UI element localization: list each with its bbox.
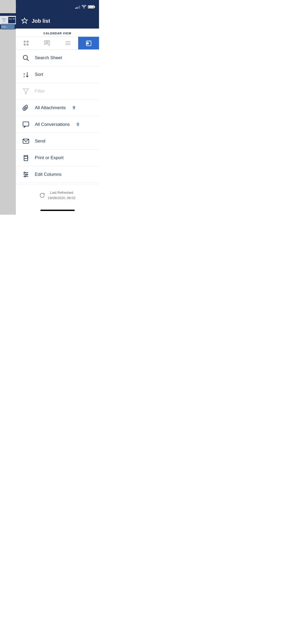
svg-point-24 [27, 157, 28, 158]
home-indicator [16, 206, 99, 215]
footer-refresh-icon [39, 192, 45, 198]
svg-point-29 [26, 174, 27, 175]
svg-rect-2 [27, 41, 29, 43]
panel-footer: Last Refreshed 19/08/2020, 08:02 [16, 185, 99, 206]
panel-header: Job list [16, 13, 99, 29]
filter-icon [22, 88, 30, 95]
edit-columns-label: Edit Columns [35, 172, 62, 177]
wifi-icon [82, 5, 86, 9]
svg-rect-21 [23, 122, 29, 126]
all-conversations-label: All Conversations [35, 122, 70, 127]
star-icon [21, 17, 28, 24]
menu-item-print-or-export[interactable]: Print or Export [16, 150, 99, 166]
menu-item-send[interactable]: Send [16, 133, 99, 150]
sliders-icon [22, 171, 30, 178]
sort-label: Sort [35, 72, 43, 77]
background-calendar: × ↺ Mon 27 Tue 28 OBO-... [0, 0, 16, 215]
print-or-export-label: Print or Export [35, 155, 64, 160]
svg-point-30 [25, 176, 26, 177]
tab-calendar-view[interactable] [78, 37, 99, 49]
panel-title: Job list [32, 18, 50, 24]
svg-line-16 [27, 59, 29, 61]
attachments-badge: 9 [73, 105, 75, 111]
tab-kanban-view[interactable] [37, 37, 58, 49]
conversations-badge: 0 [77, 122, 79, 127]
paperclip-icon [22, 104, 30, 111]
menu-item-edit-columns[interactable]: Edit Columns [16, 166, 99, 183]
svg-rect-3 [24, 44, 26, 45]
svg-point-28 [24, 172, 25, 173]
menu-item-all-attachments[interactable]: All Attachments 9 [16, 100, 99, 116]
signal-icon [75, 5, 80, 9]
svg-rect-1 [24, 41, 26, 43]
envelope-icon [22, 138, 30, 145]
menu-item-filter[interactable]: Filter [16, 83, 99, 100]
svg-rect-6 [46, 41, 48, 43]
last-refreshed-label: Last Refreshed [50, 191, 73, 195]
menu-item-all-conversations[interactable]: All Conversations 0 [16, 116, 99, 133]
search-icon [22, 54, 30, 61]
home-bar [40, 210, 75, 211]
menu-item-sort[interactable]: A Z Sort [16, 66, 99, 83]
svg-rect-5 [44, 41, 46, 44]
search-sheet-label: Search Sheet [35, 55, 62, 61]
svg-rect-4 [27, 44, 29, 45]
filter-label: Filter [35, 89, 45, 94]
slide-out-panel: Job list CALENDAR VIEW [16, 13, 99, 215]
svg-marker-0 [22, 18, 27, 23]
svg-rect-7 [48, 41, 50, 45]
view-tabs-label: CALENDAR VIEW [16, 29, 99, 37]
svg-marker-20 [23, 89, 29, 94]
tab-grid-view[interactable] [16, 37, 37, 49]
tab-list-view[interactable] [58, 37, 78, 49]
menu-item-search-sheet[interactable]: Search Sheet [16, 50, 99, 66]
send-label: Send [35, 139, 45, 144]
footer-refresh-text: Last Refreshed 19/08/2020, 08:02 [48, 190, 76, 200]
view-tabs [16, 37, 99, 50]
sort-az-icon: A Z [22, 71, 30, 78]
svg-point-15 [23, 55, 27, 59]
svg-rect-14 [87, 43, 88, 44]
svg-rect-23 [24, 159, 28, 161]
svg-text:A: A [23, 73, 25, 75]
battery-icon [88, 5, 94, 8]
printer-icon [22, 154, 30, 161]
last-refreshed-datetime: 19/08/2020, 08:02 [48, 196, 76, 200]
svg-text:Z: Z [23, 75, 25, 78]
conversation-icon [22, 121, 30, 128]
status-icons [75, 5, 94, 9]
menu-list: Search Sheet A Z Sort Filter [16, 50, 99, 185]
all-attachments-label: All Attachments [35, 105, 66, 111]
